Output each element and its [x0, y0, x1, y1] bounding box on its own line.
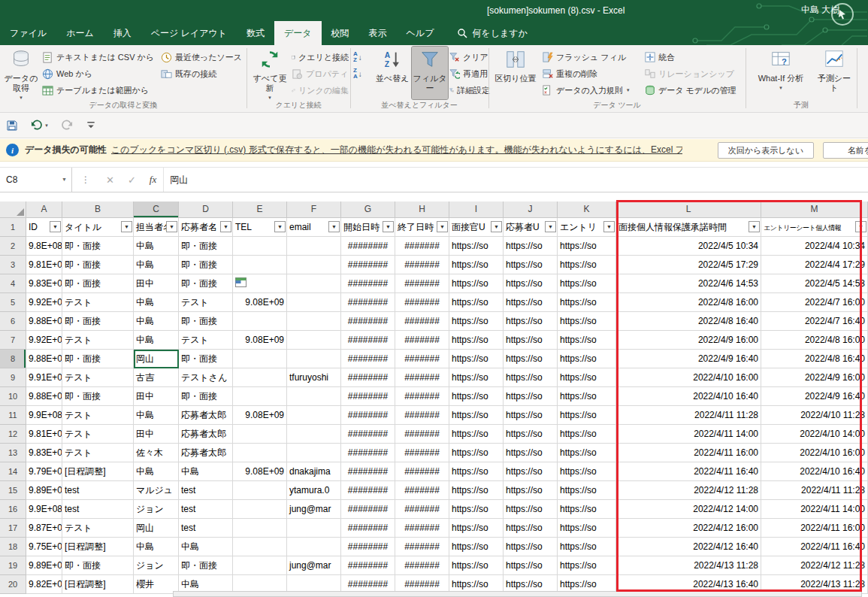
cell-I18[interactable]: https://so — [449, 538, 504, 556]
cell-I19[interactable]: https://so — [449, 556, 504, 575]
cell-K6[interactable]: https://so — [558, 312, 616, 331]
row-header-1[interactable]: 1 — [0, 218, 26, 237]
cell-M1[interactable]: エントリーシート個人情報▼ — [761, 218, 868, 237]
row-header-6[interactable]: 6 — [0, 312, 26, 331]
cell-L14[interactable]: 2022/4/11 16:40 — [616, 462, 761, 481]
cell-E1[interactable]: TEL▼ — [233, 218, 287, 237]
cell-J14[interactable]: https://so — [504, 462, 558, 481]
cell-G4[interactable]: ######## — [341, 274, 395, 293]
cell-A11[interactable]: 9.9E+08 — [26, 406, 62, 425]
cell-F2[interactable] — [287, 237, 341, 256]
filter-button-E[interactable]: ▼ — [274, 221, 286, 232]
filter-button-F[interactable]: ▼ — [328, 221, 340, 232]
cell-C1[interactable]: 担当者名▼ — [134, 218, 179, 237]
cell-G11[interactable]: ######## — [341, 406, 395, 425]
row-header-15[interactable]: 15 — [0, 481, 26, 500]
cell-E3[interactable] — [233, 256, 287, 274]
cell-I3[interactable]: https://so — [449, 256, 504, 274]
cell-A19[interactable]: 9.89E+08 — [26, 556, 62, 575]
cell-D2[interactable]: 即・面接 — [179, 237, 233, 256]
cell-F14[interactable]: dnakajima — [287, 462, 341, 481]
filter-button-L[interactable]: ▼ — [749, 221, 760, 232]
cell-B18[interactable]: [日程調整] — [62, 538, 134, 556]
cell-E2[interactable] — [233, 237, 287, 256]
cell-H16[interactable]: ####### — [395, 500, 449, 519]
row-header-12[interactable]: 12 — [0, 425, 26, 444]
cell-F9[interactable]: tfuruyoshi — [287, 368, 341, 387]
row-header-16[interactable]: 16 — [0, 500, 26, 519]
cell-C13[interactable]: 佐々木 — [134, 444, 179, 462]
cell-F7[interactable] — [287, 331, 341, 350]
tab-insert[interactable]: 挿入 — [104, 21, 141, 45]
cell-F17[interactable] — [287, 519, 341, 538]
tab-file[interactable]: ファイル — [0, 21, 56, 45]
cell-E16[interactable] — [233, 500, 287, 519]
cell-I9[interactable]: https://so — [449, 368, 504, 387]
cell-J13[interactable]: https://so — [504, 444, 558, 462]
cell-M16[interactable]: 2022/4/11 14:00 — [761, 500, 868, 519]
cell-H15[interactable]: ####### — [395, 481, 449, 500]
cell-J17[interactable]: https://so — [504, 519, 558, 538]
cell-F6[interactable] — [287, 312, 341, 331]
filter-button-G[interactable]: ▼ — [383, 221, 394, 232]
row-header-17[interactable]: 17 — [0, 519, 26, 538]
cell-L9[interactable]: 2022/4/10 16:00 — [616, 368, 761, 387]
cell-K19[interactable]: https://so — [558, 556, 616, 575]
cell-M13[interactable]: 2022/4/10 16:00 — [761, 444, 868, 462]
cell-C16[interactable]: ジョン — [134, 500, 179, 519]
cell-F16[interactable]: jung@mar — [287, 500, 341, 519]
cell-D13[interactable]: 応募者太郎 — [179, 444, 233, 462]
cell-D11[interactable]: 応募者太郎 — [179, 406, 233, 425]
cell-G7[interactable]: ######## — [341, 331, 395, 350]
cell-I6[interactable]: https://so — [449, 312, 504, 331]
cell-I12[interactable]: https://so — [449, 425, 504, 444]
cell-J12[interactable]: https://so — [504, 425, 558, 444]
manage-data-model-button[interactable]: データ モデルの管理 — [645, 83, 744, 98]
cell-H6[interactable]: ####### — [395, 312, 449, 331]
cell-K4[interactable]: https://so — [558, 274, 616, 293]
tab-help[interactable]: ヘルプ — [397, 21, 444, 45]
cell-L7[interactable]: 2022/4/9 16:00 — [616, 331, 761, 350]
cell-A1[interactable]: ID▼ — [26, 218, 62, 237]
cell-B14[interactable]: [日程調整] — [62, 462, 134, 481]
cell-B16[interactable]: test — [62, 500, 134, 519]
save-button[interactable] — [6, 120, 18, 132]
cell-E9[interactable] — [233, 368, 287, 387]
cell-B20[interactable]: [日程調整] — [62, 575, 134, 594]
flash-fill-button[interactable]: フラッシュ フィル — [543, 50, 642, 65]
cell-G16[interactable]: ######## — [341, 500, 395, 519]
cell-E5[interactable]: 9.08E+09 — [233, 293, 287, 312]
cell-H17[interactable]: ####### — [395, 519, 449, 538]
filter-button-I[interactable]: ▼ — [491, 221, 502, 232]
cell-D8[interactable]: 即・面接 — [179, 350, 233, 368]
cell-E11[interactable]: 9.08E+09 — [233, 406, 287, 425]
cell-C12[interactable]: 田中 — [134, 425, 179, 444]
cell-B7[interactable]: テスト — [62, 331, 134, 350]
cell-H3[interactable]: ####### — [395, 256, 449, 274]
cell-B8[interactable]: 即・面接 — [62, 350, 134, 368]
column-header-B[interactable]: B — [62, 202, 134, 218]
data-validation-button[interactable]: データの入力規則 ▼ — [543, 83, 642, 98]
cell-F5[interactable] — [287, 293, 341, 312]
sort-button[interactable]: AZ 並べ替え — [374, 47, 410, 99]
cell-H5[interactable]: ####### — [395, 293, 449, 312]
cell-I13[interactable]: https://so — [449, 444, 504, 462]
row-header-5[interactable]: 5 — [0, 293, 26, 312]
cell-B5[interactable]: テスト — [62, 293, 134, 312]
cell-G10[interactable]: ######## — [341, 387, 395, 406]
cell-H9[interactable]: ####### — [395, 368, 449, 387]
cancel-icon[interactable]: ✕ — [99, 174, 121, 186]
formula-bar-handle[interactable]: ⋮ — [72, 174, 99, 185]
cell-L17[interactable]: 2022/4/12 16:00 — [616, 519, 761, 538]
cell-C18[interactable]: 中島 — [134, 538, 179, 556]
tab-home[interactable]: ホーム — [56, 21, 104, 45]
cell-E6[interactable] — [233, 312, 287, 331]
cell-L5[interactable]: 2022/4/8 16:00 — [616, 293, 761, 312]
scrollbar-area[interactable] — [173, 591, 862, 597]
cell-C6[interactable]: 中島 — [134, 312, 179, 331]
cell-L3[interactable]: 2022/4/5 17:29 — [616, 256, 761, 274]
row-header-10[interactable]: 10 — [0, 387, 26, 406]
cell-M2[interactable]: 2022/4/4 10:34 — [761, 237, 868, 256]
cell-J11[interactable]: https://so — [504, 406, 558, 425]
cell-F15[interactable]: ytamura.0 — [287, 481, 341, 500]
